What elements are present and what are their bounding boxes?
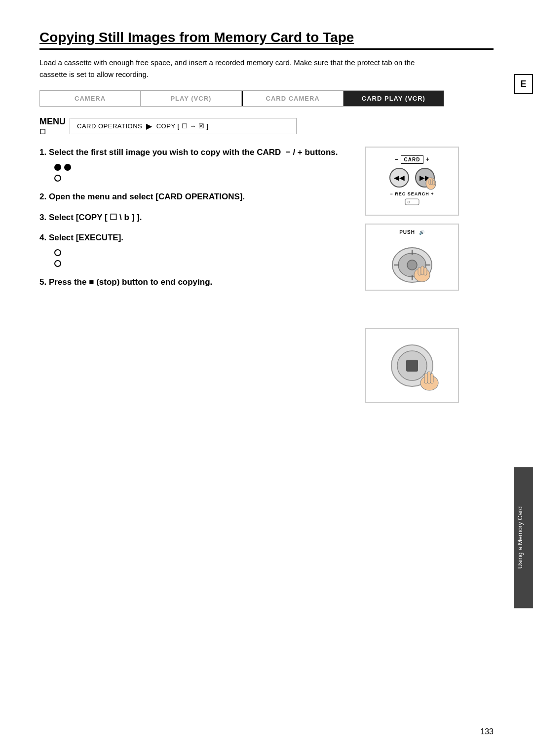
diagrams-area: − CARD + ◀◀ ▶▶ <box>365 147 464 403</box>
side-tab-e: E <box>514 74 533 94</box>
push-diagram-content: PUSH 🔊 <box>380 225 444 290</box>
menu-label: MENU ☐ <box>39 116 66 136</box>
svg-rect-2 <box>431 179 433 185</box>
volume-icon: 🔊 <box>419 230 425 235</box>
svg-point-8 <box>407 260 417 270</box>
bullet-circle-icon <box>54 175 61 182</box>
bullet-circle2-icon <box>54 249 61 256</box>
step-2-title: 2. Open the menu and select [CARD OPERAT… <box>39 191 355 203</box>
steps-area: 1. Select the first still image you wish… <box>39 147 355 403</box>
svg-rect-15 <box>421 266 424 275</box>
rec-search-label: − REC SEARCH + <box>390 191 434 196</box>
menu-row: MENU ☐ CARD OPERATIONS ▶ COPY [ ☐ → ☒ ] <box>39 116 494 136</box>
content-area: 1. Select the first still image you wish… <box>39 147 494 403</box>
step-1: 1. Select the first still image you wish… <box>39 147 355 182</box>
svg-rect-22 <box>427 372 430 383</box>
bullet-filled-icon <box>54 164 61 171</box>
hand-icon <box>424 177 438 190</box>
svg-rect-23 <box>430 374 433 383</box>
svg-rect-1 <box>429 180 431 185</box>
stop-button-diagram-spacer <box>365 328 464 403</box>
card-buttons-row: ◀◀ ▶▶ <box>389 168 435 188</box>
menu-text: MENU <box>39 116 66 127</box>
minus-label: − <box>395 156 399 163</box>
menu-path-item1: CARD OPERATIONS <box>77 122 142 130</box>
svg-rect-21 <box>424 374 427 383</box>
step-4-bullet2 <box>54 259 355 267</box>
svg-text:⊙: ⊙ <box>407 200 410 204</box>
step-1-bullet2 <box>54 173 355 182</box>
card-top-row: − CARD + <box>395 155 430 164</box>
page-subtitle: Load a cassette with enough free space, … <box>39 57 444 80</box>
page-container: E Using a Memory Card 133 Copying Still … <box>0 0 533 756</box>
mode-tabs: CAMERA PLAY (VCR) CARD CAMERA CARD PLAY … <box>39 90 444 107</box>
rec-search-row: − REC SEARCH + <box>390 191 434 196</box>
step-4-title: 4. Select [EXECUTE]. <box>39 232 355 244</box>
tab-camera[interactable]: CAMERA <box>40 91 141 106</box>
step-4-bullet1 <box>54 248 355 257</box>
fastforward-button[interactable]: ▶▶ <box>415 168 435 188</box>
side-label-text: Using a Memory Card <box>516 506 524 568</box>
stop-button-diagram <box>365 328 459 403</box>
svg-rect-19 <box>406 360 418 372</box>
push-dial-diagram: PUSH 🔊 <box>365 224 459 291</box>
push-dial-svg <box>385 238 439 285</box>
tab-play-vcr[interactable]: PLAY (VCR) <box>141 91 241 106</box>
menu-path-item2: COPY [ ☐ → ☒ ] <box>156 122 209 130</box>
menu-path: CARD OPERATIONS ▶ COPY [ ☐ → ☒ ] <box>70 118 297 134</box>
svg-rect-16 <box>424 267 427 275</box>
card-controls-diagram: − CARD + ◀◀ ▶▶ <box>365 147 459 216</box>
tab-card-play-vcr[interactable]: CARD PLAY (VCR) <box>343 91 444 106</box>
step-3-title: 3. Select [COPY [ ☐ \ b ] ]. <box>39 212 355 224</box>
svg-rect-3 <box>433 180 435 185</box>
side-tab-label: E <box>520 79 527 89</box>
stop-diagram-content <box>373 329 451 402</box>
step-1-title: 1. Select the first still image you wish… <box>39 147 355 158</box>
plus-label: + <box>425 156 429 163</box>
page-number-value: 133 <box>480 727 494 736</box>
tab-card-camera[interactable]: CARD CAMERA <box>243 91 343 106</box>
page-number: 133 <box>480 727 494 736</box>
svg-rect-14 <box>418 267 421 275</box>
step-3: 3. Select [COPY [ ☐ \ b ] ]. <box>39 212 355 224</box>
push-label: PUSH 🔊 <box>399 229 425 235</box>
step-4: 4. Select [EXECUTE]. <box>39 232 355 267</box>
side-label: Using a Memory Card <box>514 467 533 608</box>
page-title: Copying Still Images from Memory Card to… <box>39 30 494 50</box>
stop-button-svg <box>380 336 444 395</box>
bullet-circle3-icon <box>54 260 61 267</box>
menu-book-icon: ☐ <box>39 128 46 136</box>
card-label-box: CARD <box>401 155 424 164</box>
counter-icon: ⊙ <box>405 198 419 207</box>
step-5-title: 5. Press the ■ (stop) button to end copy… <box>39 276 355 288</box>
bullet-filled2-icon <box>64 164 71 171</box>
menu-arrow-icon: ▶ <box>146 121 152 131</box>
rewind-icon: ◀◀ <box>394 174 405 182</box>
step-1-bullet1 <box>54 162 355 171</box>
step-2: 2. Open the menu and select [CARD OPERAT… <box>39 191 355 203</box>
step-5: 5. Press the ■ (stop) button to end copy… <box>39 276 355 288</box>
rewind-button[interactable]: ◀◀ <box>389 168 409 188</box>
